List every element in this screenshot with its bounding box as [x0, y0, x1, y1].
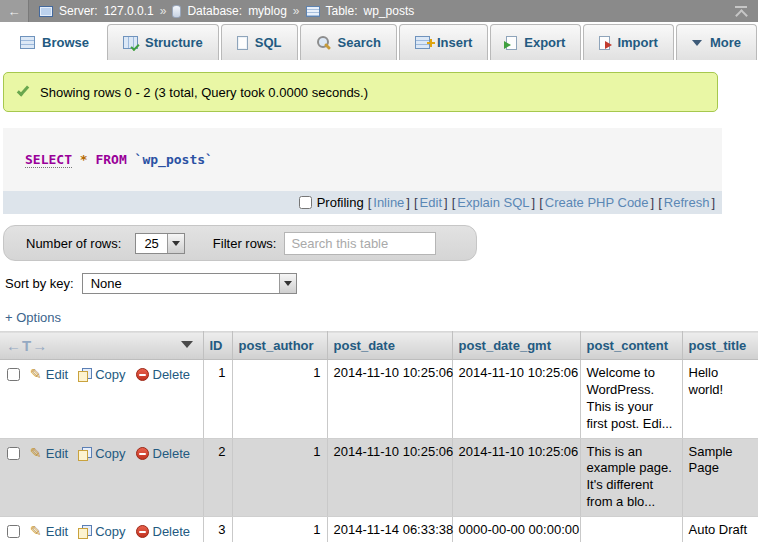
column-header-id[interactable]: ID	[203, 332, 232, 360]
tab-label: Export	[524, 35, 565, 50]
bracket: ]	[532, 195, 536, 210]
edit-label: Edit	[46, 446, 68, 461]
copy-icon	[78, 368, 91, 381]
row-checkbox[interactable]	[7, 525, 20, 538]
create-php-code-link[interactable]: Create PHP Code	[545, 195, 649, 210]
tab-label: Insert	[437, 35, 472, 50]
chevron-down-icon	[692, 40, 702, 46]
bracket: ]	[406, 195, 410, 210]
filter-label: Filter rows:	[213, 236, 277, 251]
column-header-post-date-gmt[interactable]: post_date_gmt	[452, 332, 580, 360]
cell-post-author: 1	[232, 517, 327, 542]
bracket: [	[658, 195, 662, 210]
edit-query-link[interactable]: Edit	[420, 195, 442, 210]
tab-import[interactable]: Import	[583, 24, 673, 60]
breadcrumb-separator: »	[160, 4, 167, 18]
database-label: Database:	[187, 4, 242, 18]
cell-post-author: 1	[232, 360, 327, 439]
explain-sql-link[interactable]: Explain SQL	[457, 195, 529, 210]
delete-label: Delete	[153, 524, 191, 539]
sql-star: *	[80, 152, 88, 167]
tab-search[interactable]: Search	[300, 24, 397, 60]
inline-link[interactable]: Inline	[373, 195, 404, 210]
profiling-checkbox[interactable]	[299, 196, 312, 209]
delete-button[interactable]: Delete	[136, 524, 191, 539]
edit-button[interactable]: Edit	[30, 446, 68, 461]
copy-label: Copy	[95, 367, 125, 382]
delete-button[interactable]: Delete	[136, 367, 191, 382]
result-message: Showing rows 0 - 2 (3 total, Query took …	[3, 72, 718, 112]
column-header-actions: ←T→	[0, 332, 203, 360]
delete-label: Delete	[153, 446, 191, 461]
row-checkbox[interactable]	[7, 447, 20, 460]
copy-button[interactable]: Copy	[78, 367, 125, 382]
options-toggle[interactable]: + Options	[5, 310, 61, 325]
row-checkbox[interactable]	[7, 368, 20, 381]
copy-button[interactable]: Copy	[78, 446, 125, 461]
column-header-post-content[interactable]: post_content	[580, 332, 682, 360]
cell-post-date: 2014-11-14 06:33:38	[327, 517, 452, 542]
profiling-label: Profiling	[317, 195, 364, 210]
tab-sql[interactable]: SQL	[221, 24, 298, 60]
row-actions: EditCopyDelete	[0, 360, 203, 439]
copy-icon	[78, 525, 91, 538]
rows-label: Number of rows:	[26, 236, 121, 251]
database-icon	[172, 5, 181, 18]
cell-post-title: Sample Page	[682, 438, 758, 517]
tab-label: Search	[338, 35, 381, 50]
browse-table-icon	[20, 36, 35, 49]
results-table: ←T→ ID post_author post_date post_date_g…	[0, 331, 758, 542]
breadcrumb: Server: 127.0.0.1 » Database: myblog » T…	[39, 4, 734, 18]
back-button[interactable]: ←	[0, 0, 29, 22]
column-move-icon[interactable]: ←T→	[6, 337, 48, 354]
rows-select[interactable]: 25	[135, 233, 184, 254]
refresh-link[interactable]: Refresh	[664, 195, 710, 210]
table-row: EditCopyDelete 3 1 2014-11-14 06:33:38 0…	[0, 517, 758, 542]
structure-icon	[123, 36, 138, 49]
sql-table-identifier: `wp_posts`	[135, 152, 213, 167]
edit-button[interactable]: Edit	[30, 367, 68, 382]
collapse-panel-icon[interactable]	[734, 6, 748, 17]
sql-keyword-from: FROM	[95, 152, 126, 167]
tab-label: More	[710, 35, 741, 50]
column-header-post-title[interactable]: post_title	[682, 332, 758, 360]
sql-query: SELECT * FROM `wp_posts`	[3, 128, 722, 191]
dropdown-arrow-icon	[167, 234, 184, 253]
header-row: ←T→ ID post_author post_date post_date_g…	[0, 332, 758, 360]
result-message-text: Showing rows 0 - 2 (3 total, Query took …	[40, 85, 368, 100]
tab-label: Structure	[145, 35, 203, 50]
database-link[interactable]: myblog	[248, 4, 287, 18]
bracket: ]	[651, 195, 655, 210]
table-link[interactable]: wp_posts	[364, 4, 415, 18]
bracket: [	[539, 195, 543, 210]
column-header-post-author[interactable]: post_author	[232, 332, 327, 360]
cell-id: 1	[203, 360, 232, 439]
tab-more[interactable]: More	[676, 24, 757, 60]
sort-select[interactable]: None	[82, 273, 297, 294]
tab-insert[interactable]: Insert	[399, 24, 488, 60]
copy-button[interactable]: Copy	[78, 524, 125, 539]
edit-label: Edit	[46, 524, 68, 539]
delete-icon	[136, 447, 149, 460]
delete-icon	[136, 525, 149, 538]
cell-post-date: 2014-11-10 10:25:06	[327, 438, 452, 517]
tab-export[interactable]: Export	[490, 24, 581, 60]
rows-filter-bar: Number of rows: 25 Filter rows:	[3, 225, 477, 261]
bracket: ]	[444, 195, 448, 210]
server-link[interactable]: 127.0.0.1	[104, 4, 154, 18]
tab-browse[interactable]: Browse	[4, 24, 105, 60]
column-options-dropdown-icon[interactable]	[181, 341, 193, 348]
copy-label: Copy	[95, 446, 125, 461]
tab-structure[interactable]: Structure	[107, 24, 219, 60]
column-header-post-date[interactable]: post_date	[327, 332, 452, 360]
edit-button[interactable]: Edit	[30, 524, 68, 539]
filter-input[interactable]	[284, 232, 436, 255]
cell-post-title: Auto Draft	[682, 517, 758, 542]
row-actions: EditCopyDelete	[0, 517, 203, 542]
sql-keyword-select[interactable]: SELECT	[25, 152, 72, 168]
rows-select-value: 25	[136, 234, 166, 253]
cell-post-content: This is an example page. It's different …	[580, 438, 682, 517]
delete-button[interactable]: Delete	[136, 446, 191, 461]
bracket: [	[368, 195, 372, 210]
cell-id: 3	[203, 517, 232, 542]
